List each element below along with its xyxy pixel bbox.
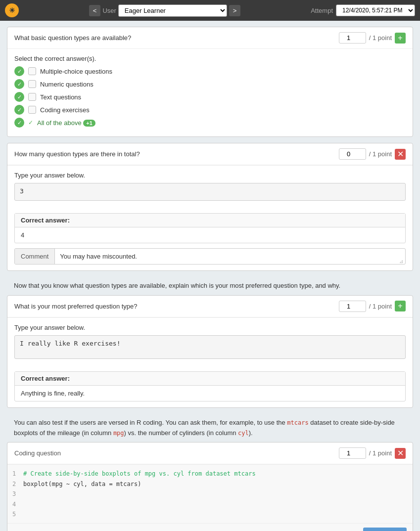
narrative-text-1: Now that you know what question types ar… [7,277,413,295]
attempt-select[interactable]: 12/4/2020, 5:57:21 PM [336,4,415,16]
comment-row-2: Comment You may have miscounted. ⊿ [14,248,406,265]
code-line-3: 3 [12,489,408,499]
answer-section-3: Type your answer below. I really like R … [7,317,413,366]
app-header: ☀ < User Eager Learner > Attempt 12/4/20… [0,0,420,21]
answer-section-2: Type your answer below. 3 [7,165,413,208]
correct-answer-3: Anything is fine, really. [15,386,405,401]
check-icon-1: ✓ [14,66,24,76]
tick-green: ✓ [28,119,33,126]
correct-block-2: Correct answer: 4 [14,213,406,243]
score-max-4: / 1 point [369,449,392,457]
score-minus-4[interactable]: ✕ [395,448,406,459]
choice-text-final: All of the above +1 [37,119,95,127]
checkbox-3[interactable] [28,93,36,101]
question-text-1: What basic question types are available? [14,34,131,42]
header-nav: < User Eager Learner > [23,4,307,17]
question-block-4: Coding question / 1 point ✕ 1 # Create s… [7,442,413,531]
inline-code-mtcars: mtcars [287,419,308,426]
main-content: What basic question types are available?… [0,21,420,531]
question-score-3: / 1 point + [339,301,406,312]
app-logo: ☀ [5,3,19,17]
coding-label: Coding question [14,449,61,457]
score-minus-2[interactable]: ✕ [395,149,406,160]
run-code-button[interactable]: ▶ Run code [363,528,407,531]
question-header-1: What basic question types are available?… [7,27,413,49]
score-plus-3[interactable]: + [395,301,406,311]
code-line-1: 1 # Create side-by-side boxplots of mpg … [12,469,408,479]
answer-input-3[interactable]: I really like R exercises! [14,335,406,359]
inline-code-mpg: mpg [113,430,124,437]
correct-comment-area-2: Correct answer: 4 Comment You may have m… [7,213,413,270]
type-label-2: Type your answer below. [14,172,406,179]
code-comment-1: # Create side-by-side boxplots of mpg vs… [23,469,256,479]
score-max-2: / 1 point [369,150,392,158]
score-max-3: / 1 point [369,303,392,310]
code-editor-4: 1 # Create side-by-side boxplots of mpg … [7,464,413,531]
inline-code-cyl: cyl [238,430,249,437]
attempt-section: Attempt 12/4/2020, 5:57:21 PM [311,4,415,16]
check-icon-5: ✓ [14,118,24,128]
checkbox-2[interactable] [28,80,36,88]
badge-plus: +1 [83,120,95,127]
question-header-3: What is your most preferred question typ… [7,296,413,317]
narrative-text-2: You can also test if the users are verse… [7,414,413,442]
check-icon-2: ✓ [14,79,24,89]
question-header-4: Coding question / 1 point ✕ [7,442,413,464]
attempt-label: Attempt [311,7,333,14]
checkbox-1[interactable] [28,67,36,75]
code-line-2: 2 boxplot(mpg ~ cyl, data = mtcars) [12,479,408,489]
score-input-3[interactable] [339,301,366,312]
choice-text-3: Text questions [40,93,81,101]
run-code-bar: Run the code by clicking the button on t… [7,523,413,531]
list-item: ✓ Text questions [14,92,406,102]
score-input-2[interactable] [339,148,366,160]
code-line-5: 5 [12,509,408,519]
score-input-1[interactable] [339,32,366,44]
score-max-1: / 1 point [369,34,392,42]
correct-header-2: Correct answer: [15,214,405,227]
list-item: ✓ Coding exercises [14,105,406,115]
question-text-2: How many question types are there in tot… [14,150,140,158]
question-header-2: How many question types are there in tot… [7,143,413,165]
check-icon-3: ✓ [14,92,24,102]
choice-text-4: Coding exercises [40,106,90,114]
nav-prev-button[interactable]: < [89,5,101,16]
checkbox-4[interactable] [28,106,36,114]
correct-block-3: Correct answer: Anything is fine, really… [14,371,406,401]
question-block-3: What is your most preferred question typ… [7,295,413,408]
code-line-4: 4 [12,499,408,509]
answer-input-2[interactable]: 3 [14,183,406,201]
comment-text-2: You may have miscounted. [55,249,399,264]
question-score-4: / 1 point ✕ [339,447,406,459]
question-score-1: / 1 point + [339,32,406,44]
user-nav-label: User [102,7,116,14]
question-body-1: Select the correct answer(s). ✓ Multiple… [7,49,413,136]
list-item: ✓ Numeric questions [14,79,406,89]
list-item: ✓ Multiple-choice questions [14,66,406,76]
question-block-2: How many question types are there in tot… [7,143,413,271]
choice-text-2: Numeric questions [40,81,93,88]
list-item: ✓ ✓ All of the above +1 [14,118,406,128]
code-lines-4: 1 # Create side-by-side boxplots of mpg … [7,465,413,523]
select-label-1: Select the correct answer(s). [14,55,406,62]
question-text-3: What is your most preferred question typ… [14,303,138,310]
question-block-1: What basic question types are available?… [7,27,413,137]
nav-next-button[interactable]: > [229,5,241,16]
check-icon-4: ✓ [14,105,24,115]
type-label-3: Type your answer below. [14,324,406,331]
score-input-4[interactable] [339,447,366,459]
choice-text-1: Multiple-choice questions [40,68,112,75]
correct-answer-2: 4 [15,227,405,243]
comment-label-2: Comment [15,249,55,264]
correct-area-3: Correct answer: Anything is fine, really… [7,371,413,407]
code-text-2: boxplot(mpg ~ cyl, data = mtcars) [23,479,141,489]
question-score-2: / 1 point ✕ [339,148,406,160]
user-select[interactable]: Eager Learner [118,4,227,17]
resize-handle-2: ⊿ [399,257,405,264]
correct-header-3: Correct answer: [15,372,405,386]
score-plus-1[interactable]: + [395,33,406,44]
